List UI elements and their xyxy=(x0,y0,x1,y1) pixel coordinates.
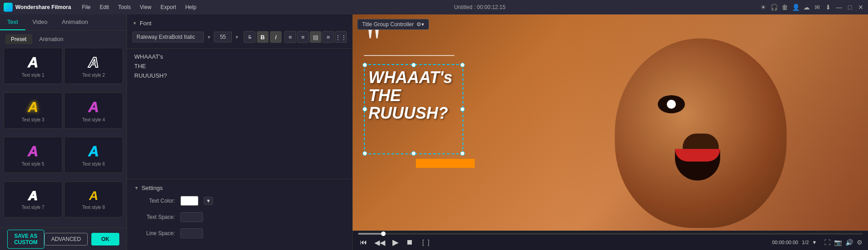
tab-video[interactable]: Video xyxy=(25,14,55,30)
align-right-button[interactable]: ≡ xyxy=(322,31,334,43)
stop-button[interactable]: ⏹ xyxy=(404,237,415,247)
style-item-7[interactable]: A Text style 7 xyxy=(4,181,62,218)
title-group-label: Title Group Controller xyxy=(362,21,414,28)
style-letter-1: A xyxy=(28,54,38,71)
fullscreen-icon[interactable]: ⛶ xyxy=(824,239,830,246)
font-family-select[interactable]: Raleway ExtraBold Italic xyxy=(132,32,204,42)
menu-file[interactable]: File xyxy=(78,2,94,12)
bracket-left-icon[interactable]: [ xyxy=(422,239,424,246)
maximize-button[interactable]: □ xyxy=(846,4,854,11)
style-item-5[interactable]: A Text style 5 xyxy=(4,137,62,173)
line-space-label: Line Space: xyxy=(134,230,175,236)
style-label-8: Text style 8 xyxy=(82,205,105,210)
style-letter-2: A xyxy=(88,54,99,71)
window-controls: ☀ 🎧 🗑 👤 ☁ ✉ ⬇ — □ ✕ xyxy=(760,4,864,11)
style-label-2: Text style 2 xyxy=(82,73,105,78)
handle-bottom-left[interactable] xyxy=(363,151,367,156)
prev-frame-button[interactable]: ◀◀ xyxy=(373,237,387,248)
style-label-6: Text style 6 xyxy=(82,162,105,167)
trash-icon[interactable]: 🗑 xyxy=(781,4,788,11)
handle-left-mid[interactable] xyxy=(363,107,367,111)
text-color-swatch[interactable] xyxy=(180,196,198,206)
video-controls: ⏮ ◀◀ ▶ ⏹ [ ] 00:00:00:00 1/2 ▼ ⛶ 📷 🔊 ⚙ xyxy=(353,231,868,250)
font-dropdown-arrow: ▼ xyxy=(207,35,211,40)
style-letter-8: A xyxy=(89,189,98,203)
handle-top-left[interactable] xyxy=(363,63,367,67)
handle-right-mid[interactable] xyxy=(460,107,465,111)
style-item-1[interactable]: A Text style 1 xyxy=(4,48,62,84)
progress-fill xyxy=(358,233,383,235)
mail-icon[interactable]: ✉ xyxy=(814,4,821,11)
handle-top-mid[interactable] xyxy=(411,63,416,67)
align-left-button[interactable]: ≡ xyxy=(284,31,296,43)
align-justify-button[interactable]: ▤ xyxy=(310,31,321,43)
video-overlay-text-container: WHAAAT'sTHERUUUSH? xyxy=(365,65,462,126)
title-group-badge[interactable]: Title Group Controller ⚙▾ xyxy=(357,19,429,30)
media-icons: ⛶ 📷 🔊 ⚙ xyxy=(824,239,863,246)
bold-button[interactable]: B xyxy=(257,31,269,43)
top-line-decoration xyxy=(364,55,454,56)
align-full-button[interactable]: ⋮⋮ xyxy=(335,31,347,43)
video-background: " WHAAAT'sTHERUUUSH? xyxy=(353,14,868,231)
app-name: Wondershare Filmora xyxy=(15,4,71,10)
page-number: 1/2 xyxy=(802,240,809,245)
volume-icon[interactable]: 🔊 xyxy=(845,239,853,246)
video-overlay-text: WHAAAT'sTHERUUUSH? xyxy=(368,69,459,122)
save-as-custom-button[interactable]: SAVE AS CUSTOM xyxy=(7,230,44,249)
page-dropdown[interactable]: ▼ xyxy=(812,240,817,245)
bracket-right-icon[interactable]: ] xyxy=(428,239,429,246)
text-space-label: Text Space: xyxy=(134,214,175,220)
right-panel: Title Group Controller ⚙▾ " xyxy=(353,14,868,250)
bottom-bar: SAVE AS CUSTOM ADVANCED OK xyxy=(0,227,127,250)
text-space-input[interactable]: 0 xyxy=(180,212,203,222)
menu-export[interactable]: Export xyxy=(157,2,180,12)
top-tabs: Text Video Animation xyxy=(0,14,127,31)
style-item-3[interactable]: A Text style 3 xyxy=(4,93,62,129)
font-size-input[interactable] xyxy=(214,32,232,42)
progress-dot[interactable] xyxy=(381,231,386,236)
close-button[interactable]: ✕ xyxy=(857,4,864,11)
style-item-8[interactable]: A Text style 8 xyxy=(64,181,123,218)
menu-tools[interactable]: Tools xyxy=(114,2,134,12)
handle-bottom-mid[interactable] xyxy=(411,151,416,156)
sub-tab-preset[interactable]: Preset xyxy=(5,34,32,44)
advanced-button[interactable]: ADVANCED xyxy=(44,233,88,245)
headphone-icon[interactable]: 🎧 xyxy=(770,4,778,11)
style-letter-7: A xyxy=(28,189,38,203)
style-label-7: Text style 7 xyxy=(22,205,44,210)
brightness-icon[interactable]: ☀ xyxy=(760,4,767,11)
progress-bar[interactable] xyxy=(358,233,863,235)
style-item-6[interactable]: A Text style 6 xyxy=(64,137,123,173)
line-space-input[interactable]: 0 xyxy=(180,228,203,238)
text-selection-box[interactable]: WHAAAT'sTHERUUUSH? xyxy=(364,64,463,154)
menu-edit[interactable]: Edit xyxy=(96,2,113,12)
sub-tab-animation[interactable]: Animation xyxy=(34,34,69,44)
handle-top-right[interactable] xyxy=(460,63,465,67)
user-icon[interactable]: 👤 xyxy=(792,4,799,11)
download-icon[interactable]: ⬇ xyxy=(825,4,832,11)
ok-button[interactable]: OK xyxy=(91,233,119,245)
settings-icon[interactable]: ⚙ xyxy=(857,239,863,246)
tab-animation[interactable]: Animation xyxy=(55,14,95,30)
handle-bottom-right[interactable] xyxy=(460,151,465,156)
style-item-2[interactable]: A Text style 2 xyxy=(64,48,123,84)
align-center-button[interactable]: ≡ xyxy=(297,31,309,43)
style-item-4[interactable]: A Text style 4 xyxy=(64,93,123,129)
rewind-button[interactable]: ⏮ xyxy=(358,237,369,247)
font-controls: Raleway ExtraBold Italic ▼ ▼ S̶ B I ≡ ≡ … xyxy=(132,31,347,43)
italic-button[interactable]: I xyxy=(270,31,282,43)
right-controls: [ ] xyxy=(422,239,429,246)
cloud-icon[interactable]: ☁ xyxy=(803,4,810,11)
tab-text[interactable]: Text xyxy=(0,14,25,30)
menu-view[interactable]: View xyxy=(136,2,155,12)
menu-help[interactable]: Help xyxy=(182,2,200,12)
color-dropdown-arrow[interactable]: ▼ xyxy=(204,197,213,205)
strikethrough-button[interactable]: S̶ xyxy=(244,31,255,43)
settings-chevron-icon: ▼ xyxy=(134,185,139,190)
play-button[interactable]: ▶ xyxy=(391,236,401,248)
text-preview-area[interactable]: WHAAAT's THE RUUUUSH? xyxy=(127,49,352,179)
screenshot-icon[interactable]: 📷 xyxy=(834,239,842,246)
text-space-row: Text Space: 0 xyxy=(134,212,345,222)
video-preview: Title Group Controller ⚙▾ " xyxy=(353,14,868,231)
minimize-button[interactable]: — xyxy=(835,4,843,11)
